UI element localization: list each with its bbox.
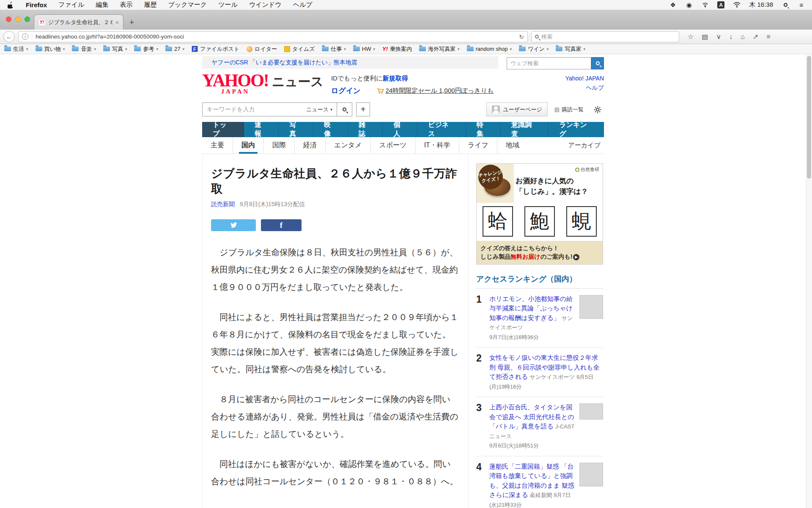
downloads-icon[interactable]: ↓	[729, 33, 732, 41]
settings-button[interactable]	[594, 106, 601, 113]
twitter-share-button[interactable]	[211, 219, 256, 231]
subnav-economy[interactable]: 経済	[294, 137, 325, 154]
menu-item-window[interactable]: ウインドウ	[249, 1, 282, 9]
article-source-link[interactable]: 読売新聞	[211, 201, 235, 207]
ranking-link[interactable]: ホリエモン、小池都知事の給与半減案に異論「ぶっちゃけ知事の報酬は安すぎる」	[489, 295, 573, 321]
bookmark-folder-27[interactable]: 27▾	[165, 46, 184, 52]
library-icon[interactable]: ▤	[702, 33, 708, 41]
menu-item-tools[interactable]: ツール	[218, 1, 238, 9]
bookmark-transit[interactable]: Y!乗換案内	[382, 45, 412, 53]
subnav-main[interactable]: 主要	[202, 137, 233, 154]
pocket-icon[interactable]: ∨	[716, 33, 721, 41]
add-keyword-button[interactable]: +	[356, 102, 370, 116]
home-icon[interactable]: ⌂	[741, 33, 745, 41]
subnav-domestic[interactable]: 国内	[233, 137, 263, 154]
kanji-choice[interactable]: 蜆	[566, 206, 597, 237]
web-search-input[interactable]: ウェブ検索	[507, 57, 591, 69]
menu-item-edit[interactable]: 編集	[96, 1, 108, 9]
user-page-button[interactable]: ユーザーページ	[486, 102, 547, 116]
toolbar-search-field[interactable]: 検索	[531, 31, 679, 42]
wifi-icon[interactable]	[733, 1, 741, 9]
bookmark-folder-music[interactable]: 音楽▾	[72, 45, 96, 53]
nav-tab-photo[interactable]: 写真	[279, 122, 313, 137]
close-window-button[interactable]	[6, 17, 11, 22]
ranking-thumbnail[interactable]	[579, 403, 603, 420]
kanji-choice[interactable]: 鮑	[524, 206, 555, 237]
service-name[interactable]: ニュース	[272, 75, 324, 94]
web-search-button[interactable]	[591, 57, 604, 69]
quiz-ad[interactable]: チャレンジ クイズ！ 自然食研 お酒好きに人気の 「しじみ」。漢字は？	[476, 163, 603, 265]
url-text[interactable]: headlines.yahoo.co.jp/hl?a=20160908-0005…	[32, 33, 516, 40]
search-category-select[interactable]: ニュース▾	[306, 106, 337, 113]
creative-cloud-icon[interactable]: ◉	[685, 1, 693, 9]
menu-item-bookmarks[interactable]: ブックマーク	[168, 1, 207, 9]
scrollbar-thumb[interactable]	[807, 56, 811, 179]
menu-item-file[interactable]: ファイル	[58, 1, 84, 9]
nav-tab-magazine[interactable]: 雑誌	[348, 122, 383, 137]
menu-item-firefox[interactable]: Firefox	[26, 1, 47, 8]
yahoo-logo[interactable]: YAHOO!JAPAN	[202, 74, 269, 94]
nav-tab-ranking[interactable]: ランキング	[549, 122, 604, 137]
apple-icon[interactable]	[7, 1, 14, 9]
nav-tab-video[interactable]: 映像	[313, 122, 348, 137]
ad-footer[interactable]: クイズの答えはこちらから！ しじみ製品無料お届けのご案内も!▶	[477, 241, 603, 264]
minimize-window-button[interactable]	[15, 17, 21, 22]
menu-item-history[interactable]: 履歴	[144, 1, 156, 9]
keyword-search-box[interactable]: キーワードを入力 ニュース▾	[202, 102, 352, 116]
antenna-icon[interactable]	[701, 1, 709, 9]
bookmark-folder-overseas-photographers[interactable]: 海外写真家▾	[419, 45, 460, 53]
ranking-thumbnail[interactable]	[579, 463, 603, 486]
bookmark-folder-life[interactable]: 生活▾	[4, 45, 28, 53]
tab-close-icon[interactable]: ×	[115, 19, 119, 26]
facebook-share-button[interactable]: f	[261, 219, 302, 231]
menu-icon[interactable]: ≡	[766, 33, 770, 41]
signup-link[interactable]: 新規取得	[383, 75, 408, 82]
notification-center-icon[interactable]: ≡	[798, 1, 805, 9]
subnav-sports[interactable]: スポーツ	[370, 137, 415, 154]
subnav-life[interactable]: ライフ	[459, 137, 497, 154]
share-icon[interactable]: ↗	[753, 33, 758, 41]
sale-link[interactable]: 24時間限定セール 1,000円ぽっきりも	[377, 87, 494, 95]
bookmark-folder-random-shop[interactable]: random shop▾	[467, 46, 512, 52]
menu-item-view[interactable]: 表示	[120, 1, 132, 9]
menubar-clock[interactable]: 木 16:38	[749, 1, 773, 9]
bookmark-folder-wine[interactable]: ワイン▾	[519, 45, 549, 53]
dropbox-icon[interactable]: ❖	[669, 1, 677, 9]
subnav-international[interactable]: 国際	[263, 137, 294, 154]
yahoo-japan-link[interactable]: Yahoo! JAPAN	[565, 75, 604, 82]
menu-item-help[interactable]: ヘルプ	[293, 1, 313, 9]
nav-tab-poll[interactable]: 意識調査	[501, 122, 549, 137]
input-source-icon[interactable]: A	[717, 1, 724, 8]
back-button[interactable]: ←	[3, 31, 15, 42]
nav-tab-feature[interactable]: 特集	[466, 122, 501, 137]
bookmark-reuters[interactable]: ロイター	[247, 45, 277, 53]
subnav-local[interactable]: 地域	[497, 137, 528, 154]
nav-tab-business[interactable]: ビジネス	[417, 122, 466, 137]
site-info-icon[interactable]: i	[22, 33, 28, 40]
bookmark-folder-work[interactable]: 仕事▾	[322, 45, 346, 53]
bookmark-folder-reference[interactable]: 参考▾	[134, 45, 158, 53]
subnav-entertainment[interactable]: エンタメ	[325, 137, 370, 154]
nav-tab-flash[interactable]: 速報	[244, 122, 279, 137]
bookmark-folder-photo[interactable]: 写真▾	[103, 45, 127, 53]
bookmark-times[interactable]: タイムズ	[284, 45, 315, 53]
archive-link[interactable]: アーカイブ	[568, 141, 604, 149]
nav-tab-personal[interactable]: 個人	[383, 122, 417, 137]
bookmark-filepost[interactable]: Fファイルポスト	[192, 45, 239, 53]
new-tab-button[interactable]: +	[123, 15, 140, 30]
subnav-it-science[interactable]: IT・科学	[415, 137, 459, 154]
zoom-window-button[interactable]	[25, 17, 30, 22]
spotlight-search-icon[interactable]	[782, 1, 789, 9]
ranking-thumbnail[interactable]	[579, 295, 603, 319]
reload-icon[interactable]: ↻	[519, 33, 524, 40]
csr-notice-link[interactable]: ヤフーのCSR 「いま必要な支援を届けたい」熊本地震	[211, 59, 357, 66]
kanji-choice[interactable]: 蛤	[483, 206, 513, 237]
url-bar[interactable]: i headlines.yahoo.co.jp/hl?a=20160908-00…	[18, 31, 528, 42]
help-link[interactable]: ヘルプ	[586, 84, 604, 91]
keyword-search-button[interactable]	[337, 102, 352, 116]
nav-tab-top[interactable]: トップ	[202, 122, 244, 137]
login-link[interactable]: ログイン	[331, 86, 361, 96]
scrollbar-track[interactable]	[806, 55, 812, 508]
bookmark-star-icon[interactable]: ☆	[688, 33, 694, 41]
bookmark-folder-photographer[interactable]: 写真家▾	[556, 45, 585, 53]
